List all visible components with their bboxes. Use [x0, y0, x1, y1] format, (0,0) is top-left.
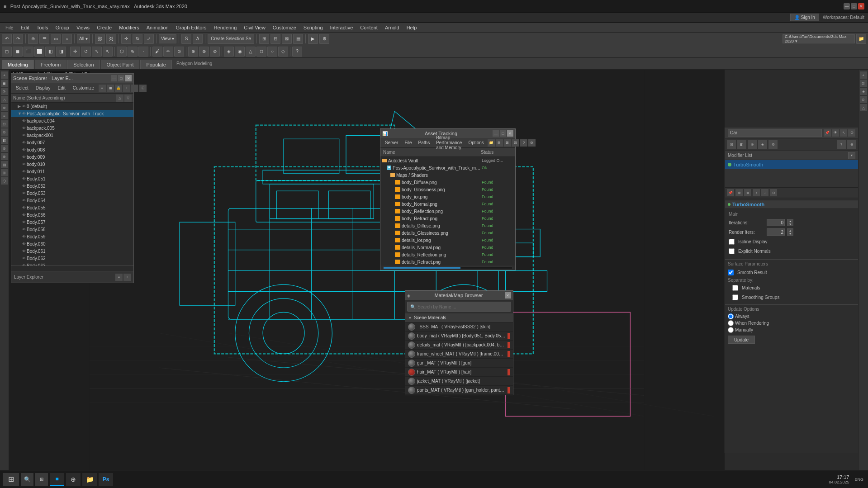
sidebar-icon-9[interactable]: ◧ — [1, 137, 8, 144]
list-item[interactable]: 👁 Body.056 — [11, 211, 133, 218]
list-item[interactable]: body_Normal.png Found — [380, 200, 515, 208]
at-menu-paths[interactable]: Paths — [416, 140, 433, 146]
maximize-button[interactable]: □ — [851, 3, 857, 9]
list-item[interactable]: body_Diffuse.png Found — [380, 179, 515, 186]
mirror-button[interactable]: ⊞ — [259, 34, 269, 44]
list-item[interactable]: body_Reflection.png Found — [380, 208, 515, 215]
list-item[interactable]: details_mat ( VRayMtl ) [backpack.004, b… — [405, 341, 513, 350]
at-row-maps[interactable]: Maps / Shaders — [380, 171, 515, 179]
tb2-extra2[interactable]: ⊗ — [199, 47, 209, 57]
at-maximize-button[interactable]: □ — [500, 130, 506, 137]
close-button[interactable]: ✕ — [858, 3, 864, 9]
minimize-button[interactable]: — — [844, 3, 850, 9]
tb2-btn3[interactable]: ⬛ — [24, 47, 33, 57]
sidebar-icon-2[interactable]: ◼ — [1, 80, 8, 87]
path-dropdown[interactable]: C:\Users\Tan\Documents\3ds Max 2020 ▾ — [783, 34, 855, 43]
rs-icon-1[interactable]: + — [860, 71, 867, 79]
array-button[interactable]: ⊠ — [282, 34, 292, 44]
menu-file[interactable]: File — [2, 24, 17, 31]
se-icon-1[interactable]: ≡ — [99, 85, 106, 92]
tb2-btn2[interactable]: ◼ — [13, 47, 23, 57]
menu-modifiers[interactable]: Modifiers — [115, 24, 143, 31]
tab-objectpaint[interactable]: Object Paint — [101, 60, 140, 69]
list-item[interactable]: 👁 Body.053 — [11, 190, 133, 197]
mp-mod-icon-6[interactable]: ⊙ — [770, 189, 777, 196]
list-item[interactable]: 👁 Body.061 — [11, 247, 133, 255]
se-tab-display[interactable]: Display — [33, 85, 53, 91]
rs-icon-2[interactable]: ⊡ — [860, 80, 867, 87]
menu-arnold[interactable]: Arnold — [381, 24, 403, 31]
ts-smooth-result-checkbox[interactable] — [728, 270, 734, 275]
sidebar-icon-4[interactable]: △ — [1, 96, 8, 103]
menu-animation[interactable]: Animation — [143, 24, 172, 31]
mp-icon-pin[interactable]: 📌 — [824, 129, 831, 137]
create-selection-button[interactable]: Create Selection Se — [208, 34, 254, 44]
se-icon-5[interactable]: − — [131, 85, 138, 92]
menu-scripting[interactable]: Scripting — [300, 24, 327, 31]
tb2-geo2[interactable]: □ — [256, 47, 266, 57]
mp-mod-icon-5[interactable]: ↓ — [761, 189, 768, 196]
search-input[interactable] — [417, 304, 508, 309]
menu-rendering[interactable]: Rendering — [210, 24, 241, 31]
at-menu-options[interactable]: Options — [465, 140, 486, 146]
taskbar-explorer-button[interactable]: 📁 — [82, 473, 97, 486]
layer-button[interactable]: ▤ — [293, 34, 303, 44]
search-taskbar-button[interactable]: 🔍 — [21, 473, 33, 486]
render-setup-button[interactable]: ⚙ — [319, 34, 329, 44]
list-item[interactable]: 👁 Body.054 — [11, 197, 133, 204]
tb2-help[interactable]: ? — [292, 47, 302, 57]
se-item-default[interactable]: ▶ 👁 0 (default) — [11, 103, 133, 110]
at-close-button[interactable]: ✕ — [507, 130, 513, 137]
at-menu-file[interactable]: File — [402, 140, 414, 146]
list-item[interactable]: _SSS_MAT ( VRayFastSSS2 ) [skin] — [405, 322, 513, 332]
list-item[interactable]: details_ior.png Found — [380, 237, 515, 244]
at-icon-5[interactable]: ? — [520, 139, 527, 147]
sidebar-icon-7[interactable]: ⊡ — [1, 120, 8, 128]
se-icon-4[interactable]: + — [123, 85, 130, 92]
taskbar-chrome-button[interactable]: ⊕ — [66, 473, 81, 486]
at-list[interactable]: Autodesk Vault Logged O... ■ Post-Apocal… — [380, 157, 515, 265]
sidebar-icon-5[interactable]: ⊕ — [1, 104, 8, 111]
tab-freeform[interactable]: Freeform — [35, 60, 67, 69]
align-button[interactable]: ⊟ — [270, 34, 280, 44]
modifier-list-dropdown[interactable]: ▾ — [848, 152, 855, 159]
ts-when-rendering-radio[interactable] — [728, 320, 734, 326]
tb2-snap1[interactable]: ◈ — [224, 47, 234, 57]
list-item[interactable]: hair_MAT ( VRayMtl ) [hair] — [405, 368, 513, 377]
mp-mod-icon-3[interactable]: ⊗ — [744, 189, 751, 196]
ts-explicit-normals-checkbox[interactable] — [729, 248, 735, 254]
se-icon-6[interactable]: ⊡ — [139, 85, 147, 92]
mp-mod-icon-4[interactable]: ↑ — [753, 189, 760, 196]
at-row-file[interactable]: ■ Post-Apocalyptic_Survivor_with_Truck_m… — [380, 164, 515, 171]
list-item[interactable]: details_Diffuse.png Found — [380, 222, 515, 229]
mp-top-icon-6[interactable]: ? — [837, 140, 846, 149]
tb2-snap2[interactable]: ◉ — [235, 47, 245, 57]
list-item[interactable]: 👁 Body.058 — [11, 226, 133, 233]
menu-tools[interactable]: Tools — [33, 24, 52, 31]
folder-button[interactable]: 📁 — [856, 34, 866, 44]
list-item[interactable]: 👁 backpack.005 — [11, 124, 133, 132]
menu-create[interactable]: Create — [93, 24, 115, 31]
mb-scene-materials-header[interactable]: ▼ Scene Materials — [405, 313, 513, 322]
list-item[interactable]: details_Reflection.png Found — [380, 251, 515, 258]
list-item[interactable]: 👁 Body.057 — [11, 218, 133, 226]
modifier-list[interactable]: TurboSmooth — [725, 160, 858, 187]
list-item[interactable]: frame_wheel_MAT ( VRayMtl ) [frame.007, … — [405, 350, 513, 359]
tab-populate[interactable]: Populate — [140, 60, 171, 69]
tb2-geo4[interactable]: ◇ — [278, 47, 288, 57]
mat-browser-titlebar[interactable]: ◈ Material/Map Browser ✕ — [405, 291, 513, 300]
ts-render-iters-input[interactable] — [767, 228, 785, 236]
se-icon-2[interactable]: ◼ — [107, 85, 114, 92]
se-filter-icon[interactable]: ▽ — [124, 95, 132, 102]
rotate-button[interactable]: ↻ — [133, 34, 142, 44]
move-button[interactable]: ✛ — [121, 34, 131, 44]
start-button[interactable]: ⊞ — [3, 473, 19, 486]
mp-mod-icon-1[interactable]: 📌 — [727, 189, 734, 196]
tb2-paint2[interactable]: ✏ — [163, 47, 173, 57]
list-item[interactable]: 👁 body.008 — [11, 146, 133, 153]
mp-mod-icon-2[interactable]: ⊕ — [735, 189, 743, 196]
mp-top-icon-2[interactable]: ◧ — [737, 140, 746, 149]
sidebar-icon-14[interactable]: ⬡ — [1, 177, 8, 185]
task-view-button[interactable]: ⊞ — [35, 473, 48, 486]
se-sort-icon[interactable]: △ — [116, 95, 123, 102]
